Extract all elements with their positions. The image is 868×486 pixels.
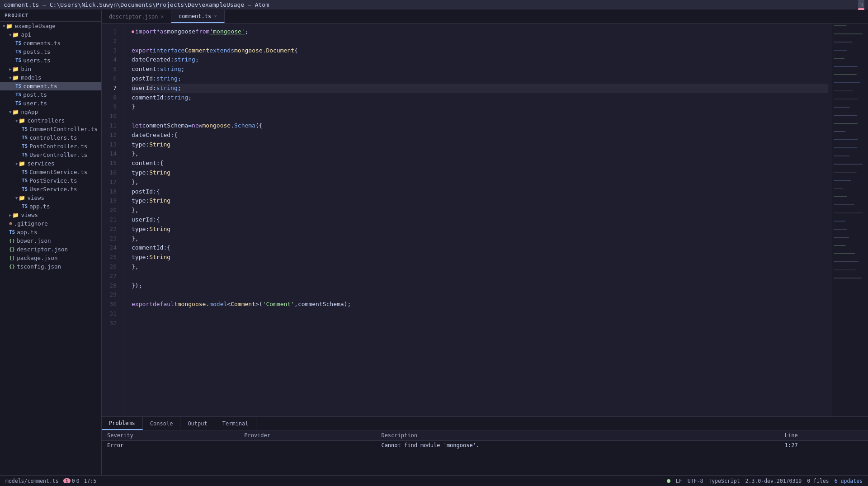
panel-tab-console[interactable]: Console [143,417,181,430]
line-number: 29 [102,290,120,300]
tree-item-.gitignore[interactable]: ⚙.gitignore [0,219,101,228]
file-icon: TS [15,83,21,89]
tree-item-bin[interactable]: ▶📁bin [0,65,101,73]
cursor-position: 17:5 [84,478,97,484]
file-icon: TS [22,143,28,149]
tab-descriptor-json[interactable]: descriptor.json ✕ [102,10,171,23]
tree-item-post.ts[interactable]: TSpost.ts [0,90,101,99]
tree-item-services[interactable]: ▼📁services [0,159,101,168]
tree-item-app.ts-ng[interactable]: TSapp.ts [0,202,101,211]
line-number: 21 [102,215,120,225]
minimize-button[interactable]: ─ [858,0,864,2]
code-line: postId: string; [132,74,828,84]
tree-item-bower.json[interactable]: {}bower.json [0,236,101,245]
expand-arrow-icon: ▼ [9,33,11,37]
tree-label: controllers.ts [29,134,77,141]
tree-item-UserService.ts[interactable]: TSUserService.ts [0,185,101,193]
file-icon: 📁 [19,118,25,124]
tree-item-CommentController.ts[interactable]: TSCommentController.ts [0,125,101,133]
tree-item-user.ts[interactable]: TSuser.ts [0,99,101,108]
tree-label: user.ts [23,100,47,107]
tree-item-exampleUsage[interactable]: ▼📁exampleUsage [0,22,101,30]
tree-item-controllers.ts[interactable]: TScontrollers.ts [0,133,101,142]
tree-item-PostController.ts[interactable]: TSPostController.ts [0,142,101,151]
line-number: 8 [102,93,120,103]
file-icon: 📁 [12,212,19,218]
tree-item-ngApp[interactable]: ▼📁ngApp [0,108,101,116]
panel-tab-problems[interactable]: Problems [102,417,143,430]
tree-item-controllers[interactable]: ▼📁controllers [0,116,101,125]
tree-label: app.ts [17,229,37,236]
line-number: 28 [102,281,120,291]
tree-item-api[interactable]: ▼📁api [0,30,101,39]
tree-item-app.ts[interactable]: TSapp.ts [0,228,101,236]
code-line: type: String [132,196,828,206]
line-number: 5 [102,65,120,74]
tree-label: models [21,74,41,81]
panel-tab-output[interactable]: Output [180,417,215,430]
panel-table: Severity Provider Description Line Error… [102,430,868,475]
tab-bar: descriptor.json ✕ comment.ts ✕ [102,10,868,24]
line-number: 3 [102,46,120,56]
sidebar-header: Project [0,10,101,22]
tree-item-comments.ts[interactable]: TScomments.ts [0,39,101,47]
col-line: Line [779,430,868,441]
file-icon: TS [22,186,28,192]
code-area[interactable]: ●import * as mongoose from 'mongoose'; e… [124,24,832,416]
line-number: 15 [102,159,120,168]
tab-close-icon[interactable]: ✕ [160,14,164,19]
tree-item-tsconfig.json[interactable]: {}tsconfig.json [0,262,101,271]
description-cell: Cannot find module 'mongoose'. [376,441,779,450]
error-row[interactable]: Error Cannot find module 'mongoose'. 1:2… [102,441,868,450]
line-number: 18 [102,187,120,197]
ts-version: 2.3.0-dev.20170319 [745,478,802,484]
tree-label: UserController.ts [29,151,87,158]
tree-label: posts.ts [23,48,50,55]
charset: UTF-8 [688,478,703,484]
tree-label: descriptor.json [17,246,68,253]
tree-item-descriptor.json[interactable]: {}descriptor.json [0,245,101,254]
line-number: 25 [102,253,120,262]
line-number: 30 [102,300,120,309]
tree-label: comments.ts [23,40,61,47]
severity-cell: Error [102,441,239,450]
file-icon: {} [9,238,15,244]
file-icon: TS [22,169,28,175]
tree-item-comment.ts[interactable]: TScomment.ts [0,82,101,90]
line-number: 2 [102,37,120,46]
tree-item-posts.ts[interactable]: TSposts.ts [0,47,101,56]
tree-item-PostService.ts[interactable]: TSPostService.ts [0,176,101,185]
tab-close-icon[interactable]: ✕ [214,13,217,19]
code-line [132,290,828,300]
error-badge: 1 [63,478,71,483]
code-line [132,112,828,121]
tree-item-UserController.ts[interactable]: TSUserController.ts [0,151,101,159]
code-line: dateCreated: { [132,131,828,140]
line-number: 4 [102,55,120,65]
line-number: 9 [102,102,120,112]
tree-item-package.json[interactable]: {}package.json [0,254,101,262]
code-line: }, [132,178,828,187]
expand-arrow-icon: ▼ [15,161,18,166]
tree-label: CommentService.ts [29,169,87,175]
file-icon: 📁 [12,75,19,81]
line-number: 27 [102,272,120,281]
tab-comment-ts[interactable]: comment.ts ✕ [171,10,225,23]
line-number: 7 [102,84,120,93]
tree-label: UserService.ts [29,186,77,193]
code-line: dateCreated: string; [132,55,828,65]
tree-item-models[interactable]: ▼📁models [0,73,101,82]
maximize-button[interactable]: □ [858,2,864,8]
tree-item-users.ts[interactable]: TSusers.ts [0,56,101,65]
file-icon: TS [15,49,21,55]
file-icon: TS [9,229,15,235]
panel-tab-terminal[interactable]: Terminal [215,417,256,430]
tree-item-views[interactable]: ▶📁views [0,211,101,219]
tree-item-views-sub[interactable]: ▼📁views [0,193,101,202]
code-line: postId: { [132,187,828,197]
tree-item-CommentService.ts[interactable]: TSCommentService.ts [0,168,101,176]
code-line: ●import * as mongoose from 'mongoose'; [132,27,828,37]
updates-count[interactable]: 6 updates [835,478,863,484]
col-severity: Severity [102,430,239,441]
warning-count: 0 [72,478,75,484]
